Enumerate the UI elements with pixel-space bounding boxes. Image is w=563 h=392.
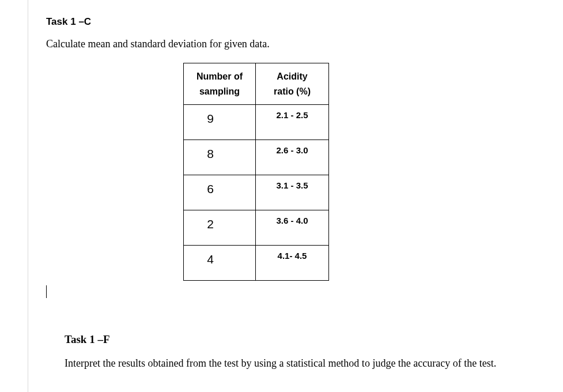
cell-acidity: 3.1 - 3.5 [256, 175, 329, 210]
cell-acidity: 2.1 - 2.5 [256, 105, 329, 140]
left-margin-line [28, 0, 28, 392]
table-row: 2 3.6 - 4.0 [184, 210, 329, 246]
table-row: 9 2.1 - 2.5 [184, 105, 329, 140]
table-row: 6 3.1 - 3.5 [184, 175, 329, 210]
header-sampling: Number of sampling [184, 63, 256, 105]
task2-section: Task 1 –F Interpret the results obtained… [65, 333, 549, 370]
task1-heading: Task 1 –C [46, 16, 547, 28]
task2-text: Interpret the results obtained from the … [65, 357, 549, 370]
cell-sampling: 2 [184, 210, 256, 246]
cell-acidity: 2.6 - 3.0 [256, 140, 329, 175]
cell-sampling: 6 [184, 175, 256, 210]
cell-sampling: 4 [184, 246, 256, 281]
header-sampling-line2: sampling [199, 86, 240, 96]
document-page: Task 1 –C Calculate mean and standard de… [0, 0, 563, 392]
header-acidity-line1: Acidity [277, 71, 307, 81]
task2-heading: Task 1 –F [65, 333, 549, 346]
header-acidity-line2: ratio (%) [274, 86, 311, 96]
cell-acidity: 3.6 - 4.0 [256, 210, 329, 246]
data-table: Number of sampling Acidity ratio (%) 9 2… [183, 63, 329, 281]
task1-instruction: Calculate mean and standard deviation fo… [46, 38, 547, 50]
table-row: 4 4.1- 4.5 [184, 246, 329, 281]
header-sampling-line1: Number of [197, 71, 243, 81]
text-cursor [46, 285, 47, 298]
data-table-wrap: Number of sampling Acidity ratio (%) 9 2… [183, 63, 547, 281]
table-header-row: Number of sampling Acidity ratio (%) [184, 63, 329, 105]
cell-sampling: 8 [184, 140, 256, 175]
table-row: 8 2.6 - 3.0 [184, 140, 329, 175]
cell-acidity: 4.1- 4.5 [256, 246, 329, 281]
header-acidity: Acidity ratio (%) [256, 63, 329, 105]
task1-section: Task 1 –C Calculate mean and standard de… [46, 16, 547, 281]
cell-sampling: 9 [184, 105, 256, 140]
